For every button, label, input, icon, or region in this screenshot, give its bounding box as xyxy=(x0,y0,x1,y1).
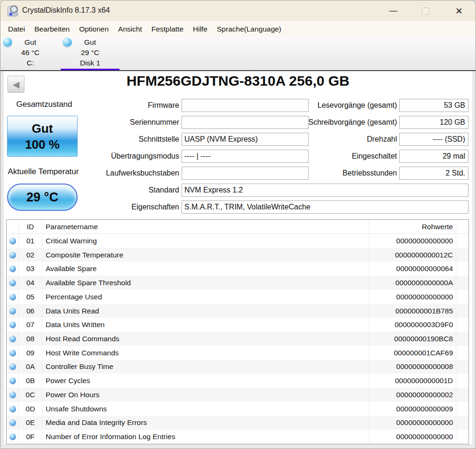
field-value-box[interactable]: 120 GB xyxy=(399,116,468,129)
table-row: 09Host Write Commands000000001CAF69 xyxy=(7,346,468,360)
filler-cell xyxy=(456,430,468,444)
filler-cell xyxy=(456,290,468,304)
table-row: 0FNumber of Error Information Log Entrie… xyxy=(7,430,468,444)
filler-cell xyxy=(456,318,468,332)
id-column-header: ID xyxy=(19,220,42,233)
table-row: 08Host Read Commands00000000190BC8 xyxy=(7,332,468,346)
param-id: 06 xyxy=(19,304,42,318)
menu-item-hilfe[interactable]: Hilfe xyxy=(188,25,212,33)
table-row: 0DUnsafe Shutdowns00000000000009 xyxy=(7,402,468,416)
drive-tab-disk1[interactable]: Gut 29 °C Disk 1 xyxy=(60,37,120,70)
param-name: Available Spare Threshold xyxy=(42,276,369,290)
field-value-box[interactable]: 2 Std. xyxy=(399,167,468,180)
status-cell xyxy=(7,388,19,402)
field-value-box[interactable]: NVM Express 1.2 xyxy=(182,184,468,197)
field-value-box[interactable]: ---- | ---- xyxy=(182,150,309,163)
filler-cell xyxy=(456,276,468,290)
param-name: Host Read Commands xyxy=(42,332,369,346)
param-name: Power On Hours xyxy=(42,388,369,402)
table-row: 06Data Units Read0000000001B785 xyxy=(7,304,468,318)
status-orb-icon xyxy=(9,377,16,384)
table-row: 05Percentage Used00000000000000 xyxy=(7,290,468,304)
table-row: 04Available Spare Threshold0000000000000… xyxy=(7,276,468,290)
status-orb-icon xyxy=(9,308,16,314)
field-value-box[interactable] xyxy=(182,99,309,112)
table-row: 01Critical Warning00000000000000 xyxy=(7,234,468,248)
param-raw: 00000000000000 xyxy=(369,416,456,430)
param-raw: 00000000000000 xyxy=(369,290,456,304)
param-name: Media and Data Integrity Errors xyxy=(42,416,369,430)
filler-cell xyxy=(456,346,468,360)
filler-cell xyxy=(456,234,468,248)
param-id: 0B xyxy=(19,374,42,388)
maximize-icon xyxy=(422,8,429,15)
filler-cell xyxy=(456,402,468,416)
status-orb-icon xyxy=(9,294,16,300)
field-value-box[interactable]: 53 GB xyxy=(399,99,468,112)
param-name: Controller Busy Time xyxy=(42,360,369,374)
menu-item-festplatte[interactable]: Festplatte xyxy=(147,25,188,33)
smart-table: ID Parametername Rohwerte 01Critical War… xyxy=(6,219,469,444)
status-cell xyxy=(7,318,19,332)
smart-table-header: ID Parametername Rohwerte xyxy=(7,220,468,234)
field-label: Schreibvorgänge (gesamt) xyxy=(305,116,397,129)
field-value-box[interactable]: 29 mal xyxy=(399,150,468,163)
field-value-box[interactable]: UASP (NVM Express) xyxy=(182,133,309,146)
menu-item-bearbeiten[interactable]: Bearbeiten xyxy=(30,25,74,33)
status-cell xyxy=(7,360,19,374)
status-cell xyxy=(7,262,19,276)
status-orb-icon xyxy=(9,363,16,370)
field-value-box[interactable] xyxy=(182,116,309,129)
close-button[interactable]: ✕ xyxy=(447,0,471,21)
menu-item-sprache-language[interactable]: Sprache(Language) xyxy=(212,25,286,33)
param-raw: 00000000000002 xyxy=(369,388,456,402)
status-cell xyxy=(7,248,19,262)
filler-cell xyxy=(456,248,468,262)
drive-tab-c[interactable]: Gut 46 °C C: xyxy=(0,37,60,70)
drive-title: HFM256GDJTNG-8310A 256,0 GB xyxy=(4,73,472,89)
param-id: 0D xyxy=(19,402,42,416)
param-raw: 0000000003D9F0 xyxy=(369,318,456,332)
param-raw: 00000000000000 xyxy=(369,234,456,248)
param-name: Percentage Used xyxy=(42,290,369,304)
minimize-button[interactable]: — xyxy=(382,0,404,21)
temperature-label: Aktuelle Temperatur xyxy=(8,167,79,176)
field-value-box[interactable]: S.M.A.R.T., TRIM, VolatileWriteCache xyxy=(182,200,468,214)
menu-item-datei[interactable]: Datei xyxy=(3,25,30,33)
tab-drive-name: Disk 1 xyxy=(60,58,120,68)
status-cell xyxy=(7,276,19,290)
filler-cell xyxy=(456,416,468,430)
field-label: Drehzahl xyxy=(305,133,397,146)
filler-cell xyxy=(456,360,468,374)
health-status-button[interactable]: Gut 100 % xyxy=(7,116,78,157)
status-column-header xyxy=(7,220,19,233)
param-raw: 00000000000064 xyxy=(369,262,456,276)
health-orb-icon xyxy=(63,38,72,47)
status-orb-icon xyxy=(9,336,16,342)
temperature-indicator[interactable]: 29 °C xyxy=(7,184,78,211)
maximize-button[interactable] xyxy=(414,0,436,21)
parameter-column-header: Parametername xyxy=(42,220,369,233)
table-row: 0AController Busy Time00000000000008 xyxy=(7,360,468,374)
field-value-box[interactable] xyxy=(182,167,309,180)
param-raw: 0000000001B785 xyxy=(369,304,456,318)
menu-item-ansicht[interactable]: Ansicht xyxy=(113,25,147,33)
menu-bar: DateiBearbeitenOptionenAnsichtFestplatte… xyxy=(0,21,476,37)
status-orb-icon xyxy=(9,238,16,244)
filler-cell xyxy=(456,304,468,318)
field-value-box[interactable]: ---- (SSD) xyxy=(399,133,468,146)
filler-cell xyxy=(456,262,468,276)
status-orb-icon xyxy=(9,406,16,412)
param-id: 0E xyxy=(19,416,42,430)
param-id: 01 xyxy=(19,234,42,248)
app-icon xyxy=(7,5,18,17)
param-raw: 0000000000000A xyxy=(369,276,456,290)
param-id: 09 xyxy=(19,346,42,360)
status-orb-icon xyxy=(9,350,16,356)
param-raw: 00000000190BC8 xyxy=(369,332,456,346)
menu-item-optionen[interactable]: Optionen xyxy=(74,25,113,33)
param-id: 02 xyxy=(19,248,42,262)
drive-tab-strip: Gut 46 °C C: Gut 29 °C Disk 1 xyxy=(0,37,476,70)
status-orb-icon xyxy=(9,321,16,328)
status-cell xyxy=(7,416,19,430)
